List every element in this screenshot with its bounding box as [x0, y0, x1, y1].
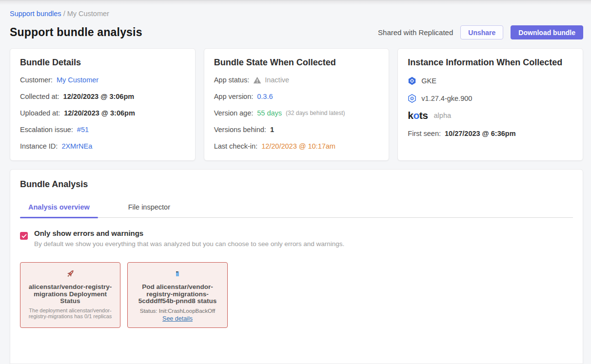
see-details-link[interactable]: See details: [162, 315, 193, 322]
k8s-version-row: v1.27.4-gke.900: [408, 94, 573, 103]
deployment-status-result-detail: The deployment alicenstar/vendor-registr…: [25, 307, 115, 319]
customer-label: Customer:: [20, 76, 53, 84]
escalation-issue-row: Escalation issue: #51: [20, 125, 185, 134]
instance-id-row: Instance ID: 2XMrNEa: [20, 142, 185, 151]
bundle-details-card: Bundle Details Customer: My Customer Col…: [10, 48, 196, 161]
app-version-label: App version:: [214, 92, 254, 101]
bundle-analysis-title: Bundle Analysis: [20, 179, 573, 190]
kots-logo: kots: [408, 110, 428, 121]
errors-filter-row: Only show errors and warnings By default…: [20, 229, 573, 248]
app-status-row: App status: Inactive: [214, 76, 379, 84]
kots-logo-o: o: [414, 110, 419, 121]
escalation-issue-link[interactable]: #51: [77, 125, 89, 134]
breadcrumb-separator: /: [63, 10, 65, 18]
instance-id-link[interactable]: 2XMrNEa: [61, 142, 92, 151]
version-age-value: 55 days: [257, 109, 282, 117]
pod-status-result-card: Pod alicenstar/vendor-registry-migration…: [127, 262, 228, 328]
kots-version-tag: alpha: [434, 112, 451, 119]
header-actions: Shared with Replicated Unshare Download …: [378, 25, 583, 39]
checkmark-icon: [21, 234, 27, 238]
customer-link[interactable]: My Customer: [57, 76, 98, 84]
tab-analysis-overview[interactable]: Analysis overview: [20, 203, 98, 217]
errors-filter-label: Only show errors and warnings: [34, 229, 344, 238]
download-bundle-button[interactable]: Download bundle: [511, 25, 583, 39]
first-seen-label: First seen:: [408, 129, 441, 138]
instance-info-title: Instance Information When Collected: [408, 57, 573, 68]
app-status-label: App status:: [214, 76, 250, 84]
unshare-button[interactable]: Unshare: [460, 25, 503, 39]
version-age-row: Version age: 55 days (32 days behind lat…: [214, 109, 379, 117]
kots-row: kots alpha: [408, 110, 573, 121]
gke-icon: [408, 77, 416, 85]
info-cards-row: Bundle Details Customer: My Customer Col…: [10, 48, 583, 161]
pod-status-result-title: Pod alicenstar/vendor-registry-migration…: [133, 284, 222, 305]
breadcrumb-support-bundles-link[interactable]: Support bundles: [10, 10, 61, 18]
instance-info-card: Instance Information When Collected GKE: [397, 48, 583, 161]
uploaded-at-value: 12/20/2023 @ 3:06pm: [64, 109, 135, 117]
errors-filter-description: By default we show you everything that w…: [34, 240, 344, 248]
collected-at-row: Collected at: 12/20/2023 @ 3:06pm: [20, 92, 185, 101]
last-checkin-label: Last check-in:: [214, 142, 257, 151]
version-age-label: Version age:: [214, 109, 254, 117]
distribution-row: GKE: [408, 77, 573, 85]
collected-at-label: Collected at:: [20, 92, 59, 101]
app-version-row: App version: 0.3.6: [214, 92, 379, 101]
versions-behind-row: Versions behind: 1: [214, 125, 379, 134]
versions-behind-value: 1: [270, 125, 274, 134]
first-seen-value: 10/27/2023 @ 6:36pm: [445, 129, 516, 138]
bundle-state-title: Bundle State When Collected: [214, 57, 379, 68]
k8s-version-value: v1.27.4-gke.900: [421, 95, 472, 102]
support-bundle-analysis-page: Support bundles / My Customer Support bu…: [0, 10, 591, 364]
rocket-icon: [25, 268, 115, 280]
app-status-value: Inactive: [265, 76, 289, 84]
versions-behind-label: Versions behind:: [214, 125, 266, 134]
app-version-link[interactable]: 0.3.6: [257, 92, 273, 101]
pod-status-result-detail: Status: Init:CrashLoopBackOff: [133, 308, 222, 314]
breadcrumb: Support bundles / My Customer: [10, 10, 583, 18]
uploaded-at-row: Uploaded at: 12/20/2023 @ 3:06pm: [20, 109, 185, 117]
breadcrumb-current: My Customer: [67, 10, 109, 18]
escalation-issue-label: Escalation issue:: [20, 125, 73, 134]
bundle-state-card: Bundle State When Collected App status: …: [204, 48, 390, 161]
last-checkin-value: 12/20/2023 @ 10:17am: [261, 142, 335, 151]
errors-filter-text: Only show errors and warnings By default…: [34, 229, 344, 248]
page-header: Support bundle analysis Shared with Repl…: [10, 25, 583, 39]
instance-id-label: Instance ID:: [20, 142, 58, 151]
warning-icon: [253, 77, 261, 84]
version-age-note: (32 days behind latest): [286, 109, 345, 117]
bundle-analysis-panel: Bundle Analysis Analysis overview File i…: [10, 169, 583, 364]
collected-at-value: 12/20/2023 @ 3:06pm: [63, 92, 135, 101]
uploaded-at-label: Uploaded at:: [20, 109, 60, 117]
shared-status-text: Shared with Replicated: [378, 28, 453, 37]
top-window-edge: [0, 0, 591, 5]
last-checkin-row: Last check-in: 12/20/2023 @ 10:17am: [214, 142, 379, 151]
deployment-status-result-title: alicenstar/vendor-registry-migrations De…: [25, 284, 115, 305]
first-seen-row: First seen: 10/27/2023 @ 6:36pm: [408, 129, 573, 138]
distribution-value: GKE: [421, 77, 436, 85]
tab-file-inspector[interactable]: File inspector: [120, 203, 178, 217]
customer-row: Customer: My Customer: [20, 76, 185, 84]
bundle-details-title: Bundle Details: [20, 57, 185, 68]
analysis-tabs: Analysis overview File inspector: [20, 203, 573, 218]
deployment-status-result-card: alicenstar/vendor-registry-migrations De…: [20, 262, 120, 328]
analyzer-results-row: alicenstar/vendor-registry-migrations De…: [20, 262, 573, 328]
kubernetes-icon: [408, 94, 416, 103]
broken-image-icon: [133, 268, 222, 280]
page-title: Support bundle analysis: [10, 26, 142, 39]
only-errors-checkbox[interactable]: [20, 232, 28, 240]
